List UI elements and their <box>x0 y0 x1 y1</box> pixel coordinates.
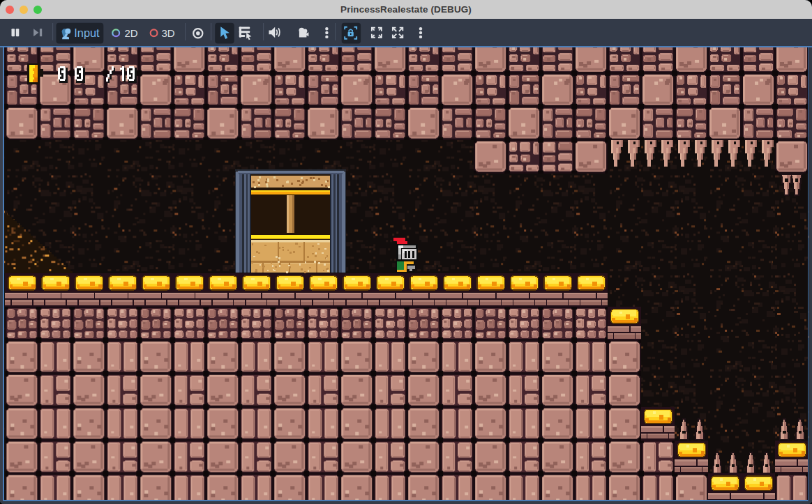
svg-text:2D: 2D <box>125 27 138 39</box>
svg-text:3D: 3D <box>161 27 174 39</box>
svg-text:Input: Input <box>74 26 100 39</box>
